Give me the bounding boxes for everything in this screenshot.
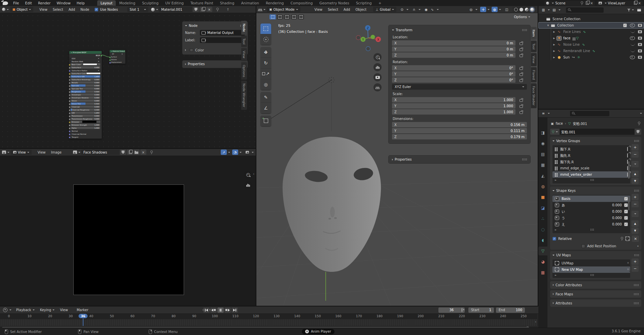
sidebar-tab[interactable]: Options — [241, 62, 247, 80]
node-input-socket[interactable] — [69, 85, 71, 87]
pivot-point-button[interactable]: ⊙ — [399, 7, 405, 12]
vertex-group-row[interactable]: 胸先.R — [552, 152, 630, 159]
zoom-icon[interactable]: + — [244, 171, 252, 179]
node-input-socket[interactable] — [69, 136, 71, 138]
vertex-group-name[interactable]: 胸下先.R — [560, 159, 574, 164]
node-row[interactable]: Transmission 0.000 — [69, 114, 102, 117]
scale-tool-button[interactable]: ↗ — [260, 69, 271, 79]
node-input-socket[interactable] — [69, 67, 71, 69]
shape-key-mute-checkbox[interactable] — [624, 197, 628, 201]
sidebar-tab[interactable]: Tool — [241, 36, 247, 47]
image-editor-menu[interactable]: View — [35, 151, 48, 154]
node-input-socket[interactable] — [69, 121, 71, 123]
shape-key-name[interactable]: う — [562, 215, 565, 220]
shape-key-value[interactable]: 0.000 — [612, 210, 622, 213]
lock-icon[interactable] — [515, 47, 527, 51]
rotation-field[interactable]: Y0° — [392, 71, 515, 77]
vertex-group-name[interactable]: mmd_vertex_order — [560, 173, 592, 176]
properties-tab[interactable] — [538, 204, 547, 212]
node-row[interactable]: Base Color — [69, 63, 102, 66]
move-down-button[interactable]: ▼ — [632, 227, 639, 234]
panel-title[interactable]: Node — [189, 24, 198, 28]
node-output-row[interactable]: BSDF — [69, 54, 102, 57]
current-frame-field[interactable]: 36 — [438, 307, 465, 313]
annotate-tool-button[interactable]: ✎ — [260, 92, 271, 103]
face-mesh[interactable] — [283, 137, 381, 272]
node-input-socket[interactable] — [69, 103, 71, 105]
object-name[interactable]: face — [563, 36, 570, 40]
select-mode-button[interactable] — [284, 14, 290, 19]
workspace-tab[interactable]: Modeling — [116, 0, 139, 6]
zoom-icon[interactable]: + — [373, 53, 382, 61]
sidebar-tab[interactable]: Flared — [531, 67, 537, 83]
gizmo-x-negative[interactable] — [356, 36, 361, 40]
timeline-track[interactable] — [0, 319, 537, 326]
open-image-button[interactable] — [134, 150, 140, 155]
copy-icon[interactable] — [634, 1, 637, 5]
image-browse-button[interactable] — [73, 150, 80, 155]
node-input-socket[interactable] — [69, 91, 71, 93]
lock-icon[interactable] — [627, 160, 628, 164]
uv-map-row[interactable]: New UV Map — [552, 266, 630, 273]
shader-menu[interactable]: View — [37, 8, 50, 11]
panel-title[interactable]: UV Maps — [556, 253, 571, 257]
shape-key-row[interactable]: あ 0.000 — [552, 202, 630, 208]
rotation-field[interactable]: X0° — [392, 65, 515, 71]
vertex-group-row[interactable]: 胸下先.R — [552, 159, 630, 165]
viewport-menu[interactable]: View — [312, 8, 325, 11]
hide-eye-icon[interactable] — [630, 55, 635, 59]
new-material-button[interactable] — [200, 7, 206, 12]
workspace-tab[interactable]: Scripting — [353, 0, 375, 6]
node-input-socket[interactable] — [69, 76, 71, 78]
object-name[interactable]: Face Lines — [563, 30, 581, 34]
uv-map-name[interactable]: UVMap — [562, 261, 573, 265]
shape-key-value[interactable]: 0.000 — [612, 203, 622, 207]
node-row[interactable]: Metallic 0.000 — [69, 81, 102, 84]
blender-logo-icon[interactable] — [3, 1, 8, 5]
node-row[interactable]: Sheen Tint 0.500 — [69, 102, 102, 105]
frame-end-field[interactable]: End100 — [496, 307, 525, 313]
pause-button[interactable] — [217, 307, 224, 313]
toggle-perspective-icon[interactable] — [373, 83, 382, 91]
collapsed-panel[interactable]: Attributes — [550, 299, 641, 307]
collection-checkbox[interactable] — [623, 24, 627, 27]
shader-menu[interactable]: Select — [50, 8, 66, 11]
outliner-row[interactable]: ▶ Sun ↪ — [538, 54, 644, 60]
select-mode-button[interactable] — [270, 14, 276, 19]
expand-arrow[interactable]: ▶ — [552, 56, 557, 59]
image-mode-dropdown[interactable]: View — [11, 150, 32, 155]
scene-selector[interactable]: Scene × — [544, 1, 595, 6]
editor-type-button[interactable] — [2, 307, 8, 313]
lock-icon[interactable] — [515, 110, 527, 114]
lock-icon[interactable] — [627, 172, 628, 177]
node-row[interactable]: Specular 0.500 — [69, 84, 102, 87]
sidebar-tab[interactable]: View — [531, 53, 537, 66]
move-up-button[interactable]: ▲ — [632, 171, 639, 177]
node-input-socket[interactable] — [69, 73, 71, 75]
add-vertex-group-button[interactable]: + — [632, 144, 639, 151]
sidebar-tab[interactable]: View — [241, 48, 247, 61]
close-icon[interactable]: × — [638, 1, 641, 5]
scale-field[interactable]: Z1.000 — [392, 109, 515, 115]
node-row[interactable]: Clearcoat Normal — [69, 132, 102, 135]
show-object-types-button[interactable]: ◎ — [468, 7, 474, 12]
location-field[interactable]: X0 m — [392, 40, 515, 46]
node-input-socket[interactable] — [69, 106, 71, 108]
node-input-socket[interactable] — [69, 124, 71, 126]
animate-property-dot[interactable]: • — [637, 244, 639, 248]
workspace-tab[interactable]: Rendering — [262, 0, 287, 6]
shading-solid-button[interactable] — [520, 8, 523, 11]
node-input-socket[interactable] — [69, 133, 71, 135]
node-row[interactable]: Emission Strength 1.000 — [69, 123, 102, 126]
disable-in-renders-icon[interactable] — [638, 37, 642, 40]
node-row[interactable]: GGX — [69, 57, 102, 60]
gizmo-y-positive[interactable] — [371, 35, 375, 39]
face-shadows-image[interactable] — [73, 184, 184, 295]
editor-type-button[interactable]: ≡ — [540, 111, 546, 116]
outliner-row[interactable]: ▶ face ↪ — [538, 35, 644, 41]
use-nodes-checkbox[interactable] — [95, 8, 98, 11]
playhead[interactable] — [83, 319, 83, 326]
object-name[interactable]: Scene Collection — [552, 17, 580, 21]
node-row[interactable]: Normal — [69, 129, 102, 132]
view-layer-name[interactable]: ViewLayer — [608, 1, 632, 5]
